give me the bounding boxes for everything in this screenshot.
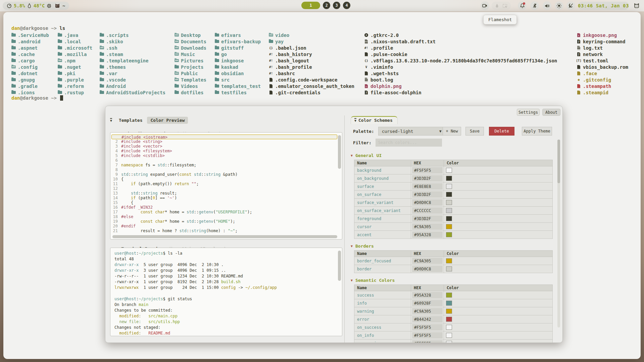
color-swatch[interactable] [446, 266, 452, 271]
tab-templates[interactable]: Templates [115, 117, 146, 124]
night-light-button[interactable] [566, 1, 575, 10]
hex-value[interactable]: #60928F [412, 300, 443, 306]
color-row[interactable]: on_surface#3D3D2F [354, 191, 553, 199]
workspace-2[interactable]: 2 [323, 2, 330, 9]
color-swatch[interactable] [446, 317, 452, 322]
section-collapse-icon[interactable]: ▼ [351, 278, 353, 282]
screen-recorder-button[interactable] [481, 1, 489, 10]
hex-value[interactable]: #C9A305 [412, 308, 443, 314]
color-row[interactable]: background#F5F5F5 [354, 166, 553, 174]
hex-value[interactable]: #F5F5F5 [412, 332, 443, 339]
palette-select[interactable]: cursed-light ▼ [378, 127, 445, 136]
line-number: 12 [110, 186, 121, 191]
code-horizontal-scrollbar[interactable] [112, 235, 337, 238]
color-swatch[interactable] [446, 168, 452, 173]
color-row[interactable]: success#95A328 [354, 291, 553, 299]
active-app-pill[interactable]: ~ [51, 2, 68, 10]
color-row[interactable]: on_info#F5F5F5 [354, 331, 553, 340]
hex-value[interactable]: #F5F5F5 [412, 340, 443, 343]
file-item: video [269, 32, 354, 38]
color-swatch[interactable] [446, 176, 452, 181]
workspace-3[interactable]: 3 [333, 2, 340, 9]
color-swatch[interactable] [446, 200, 452, 205]
hex-value[interactable]: #3D3D2F [412, 175, 443, 182]
workspace-1[interactable]: 1 [301, 2, 320, 9]
color-swatch[interactable] [446, 258, 452, 263]
color-row[interactable]: on_background#3D3D2F [354, 174, 553, 183]
terminal-prompt-line-2[interactable]: dan@darkgoose ~> [11, 95, 63, 101]
volume-button[interactable] [543, 1, 551, 10]
tab-color-schemes[interactable]: ▼Color Schemes [351, 116, 398, 124]
hex-value[interactable]: #3D3D2F [412, 215, 443, 222]
hex-value[interactable]: #E8E8E8 [412, 183, 443, 190]
color-row[interactable]: on_warning#F5F5F5 [354, 340, 553, 343]
color-row[interactable]: on_surface_variant#CCCCCC [354, 207, 553, 215]
code-editor-preview[interactable]: #include <iostream>2#include <string>3#i… [110, 132, 342, 240]
save-button[interactable]: Save [465, 127, 484, 136]
terminal-preview[interactable]: user@host:~/projects$ ls -latotal 48drwx… [110, 248, 342, 336]
color-swatch[interactable] [446, 325, 452, 330]
hex-value[interactable]: #D0D0C8 [412, 266, 443, 272]
hex-value[interactable]: #95A328 [412, 292, 443, 298]
delete-button[interactable]: Delete [489, 127, 514, 136]
code-vertical-scrollbar[interactable] [338, 135, 341, 169]
filter-input[interactable] [376, 139, 442, 147]
bluetooth-button[interactable] [530, 1, 539, 10]
color-row[interactable]: surface_variant#D0D0C8 [354, 199, 553, 207]
notifications-button[interactable] [518, 1, 527, 10]
hex-value[interactable]: #CCCCCC [412, 207, 443, 214]
color-row[interactable]: border_focused#C9A305 [354, 257, 553, 265]
color-row[interactable]: border#D0D0C8 [354, 265, 553, 273]
color-row[interactable]: accent#95A328 [354, 231, 553, 239]
color-swatch[interactable] [446, 216, 452, 221]
file-name: .vscode [106, 77, 126, 83]
hex-value[interactable]: #C9A305 [412, 223, 443, 230]
color-swatch[interactable] [446, 333, 452, 338]
section-title[interactable]: ▼Borders [351, 244, 555, 249]
folder-icon [11, 78, 16, 81]
color-row[interactable]: error#B44242 [354, 315, 553, 323]
tab-color-preview[interactable]: Color Preview [147, 117, 188, 124]
collapse-icon[interactable]: ▼ [110, 118, 112, 122]
file-name: .gitconfig [583, 77, 611, 83]
apply-theme-button[interactable]: Apply Theme [522, 127, 552, 136]
section-title[interactable]: ▼General UI [351, 153, 555, 158]
color-swatch[interactable] [446, 184, 452, 189]
color-swatch[interactable] [446, 341, 452, 343]
hex-value[interactable]: #F5F5F5 [412, 324, 443, 330]
color-swatch[interactable] [446, 293, 452, 298]
section-collapse-icon[interactable]: ▼ [351, 154, 353, 157]
section-title[interactable]: ▼Semantic Colors [351, 278, 555, 283]
color-row[interactable]: surface#E8E8E8 [354, 183, 553, 191]
color-row[interactable]: cursor#C9A305 [354, 223, 553, 231]
hex-value[interactable]: #F5F5F5 [412, 167, 443, 173]
hex-value[interactable]: #95A328 [412, 231, 443, 238]
color-row[interactable]: info#60928F [354, 299, 553, 307]
color-row[interactable]: on_success#F5F5F5 [354, 323, 553, 331]
color-swatch[interactable] [446, 224, 452, 229]
panel-scrollbar-thumb[interactable] [557, 140, 560, 183]
inactive-tray-pill[interactable] [492, 2, 511, 10]
color-row[interactable]: foreground#3D3D2F [354, 215, 553, 223]
hex-value[interactable]: #3D3D2F [412, 191, 443, 198]
color-swatch[interactable] [446, 208, 452, 213]
color-row[interactable]: warning#C9A305 [354, 307, 553, 315]
color-swatch[interactable] [446, 192, 452, 197]
workspace-4[interactable]: 4 [343, 2, 350, 9]
new-palette-button[interactable]: + New [443, 127, 461, 136]
hex-value[interactable]: #D0D0C8 [412, 199, 443, 206]
color-swatch[interactable] [446, 309, 452, 314]
brightness-button[interactable] [555, 1, 563, 10]
panel-scrollbar[interactable] [557, 140, 560, 327]
file-name: .babel.json [275, 45, 306, 51]
section-collapse-icon[interactable]: ▼ [351, 244, 353, 248]
color-swatch[interactable] [446, 232, 452, 237]
terminal-vertical-scrollbar[interactable] [338, 251, 341, 281]
color-swatch[interactable] [446, 301, 452, 306]
file-name: .mozilla [64, 52, 87, 57]
hex-value[interactable]: #C9A305 [412, 258, 443, 264]
folder-icon [11, 72, 16, 75]
hex-value[interactable]: #B44242 [412, 316, 443, 322]
clock-pill[interactable]: 03:46 Sat, Jan 03 [578, 2, 629, 10]
system-menu-button[interactable] [632, 1, 641, 10]
